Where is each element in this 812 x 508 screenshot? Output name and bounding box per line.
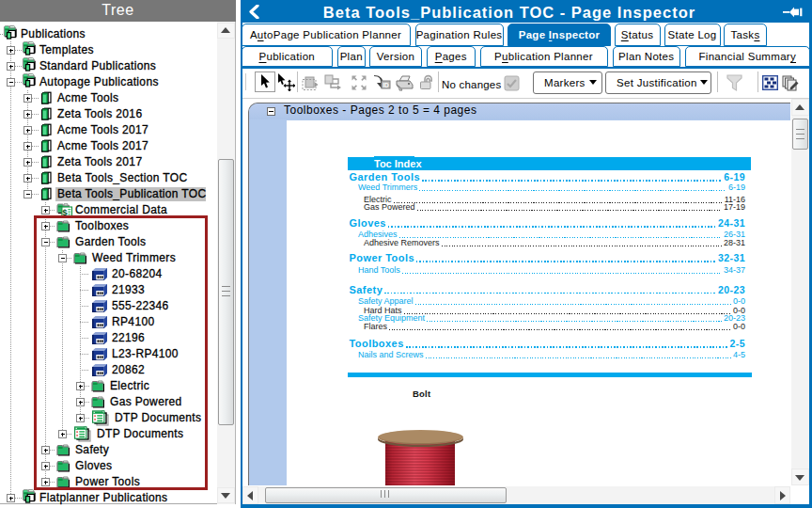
svg-text:ID: ID: [383, 82, 389, 88]
